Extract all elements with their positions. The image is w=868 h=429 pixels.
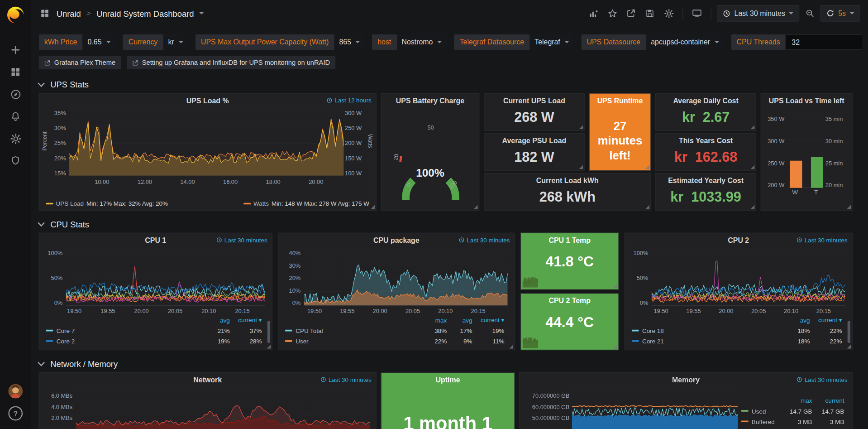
sidebar-item-alerting[interactable] [5, 105, 27, 127]
legend-sort-header[interactable]: current ▾ [474, 316, 506, 323]
chart-plot[interactable] [652, 250, 845, 306]
chart-plot[interactable] [304, 250, 508, 306]
axis-tick: 50% [637, 275, 649, 280]
time-series-chart[interactable] [66, 250, 265, 305]
legend-scrollbar[interactable] [267, 321, 270, 343]
variable-value-telegraf-datasource[interactable]: Telegraf [529, 34, 573, 50]
share-button[interactable] [623, 5, 640, 21]
series-dash [243, 202, 251, 204]
variable-value-kwh-price[interactable]: 0.65 [83, 34, 115, 50]
variable-value-host[interactable]: Nostromo [397, 34, 447, 50]
variable-value-ups-datasource[interactable]: apcupsd-container [646, 34, 723, 50]
sidebar-item-create[interactable] [5, 39, 27, 61]
legend-series-name[interactable]: User [285, 338, 424, 345]
legend-series-name[interactable]: Core 2 [46, 338, 207, 345]
dashboard-settings-button[interactable] [661, 5, 677, 21]
panel-title[interactable]: Current Load kWh [484, 176, 650, 184]
panel-title[interactable]: UPS Load % [39, 96, 376, 105]
legend-sort-header[interactable]: avg [449, 317, 474, 323]
panel-ups-load-percent: UPS Load % Last 12 hours Percent 35%30%2… [39, 93, 377, 210]
panel-title[interactable]: UPS Battery Charge [382, 96, 479, 105]
panel-title[interactable]: Average PSU Load [484, 136, 584, 145]
tv-kiosk-button[interactable] [689, 5, 706, 21]
legend-series-name[interactable]: Core 18 [632, 327, 787, 334]
panel-title[interactable]: Current UPS Load [484, 96, 584, 105]
panel-title[interactable]: UPS Load vs Time left [761, 96, 852, 105]
row-header-cpu-stats[interactable]: CPU Stats [39, 217, 89, 230]
bar-value [811, 157, 823, 188]
axis-tick: 19:50 [307, 308, 322, 314]
zoom-out-button[interactable] [802, 5, 819, 21]
gauge-value: 100% [382, 167, 479, 179]
star-button[interactable] [604, 5, 621, 21]
legend-sort-header[interactable]: max [424, 317, 449, 323]
panel-title[interactable]: Average Daily Cost [656, 96, 756, 105]
bar-chart[interactable]: WT [788, 116, 823, 198]
sidebar-item-server-admin[interactable] [5, 149, 27, 172]
panel-title[interactable]: UPS Runtime [590, 96, 651, 105]
time-series-chart[interactable] [572, 388, 738, 429]
legend-sort-header[interactable]: max [789, 397, 814, 404]
legend-series-name[interactable]: Buffered [741, 418, 789, 425]
dashboard-link-grafana-plex-theme[interactable]: Grafana Plex Theme [39, 56, 121, 69]
refresh-button[interactable]: 5s [820, 5, 860, 22]
sidebar: ? [0, 0, 31, 429]
dashboard-link-setting-up-grafana-and-influxdb-for-ups-monitoring-on-unraid[interactable]: Setting up Grafana and InfluxDB for UPS … [127, 56, 336, 69]
panel-cpu-2-temp: CPU 2 Temp 44.4 °C [520, 293, 619, 350]
apps-grid-icon[interactable] [39, 5, 51, 21]
legend-sort-header[interactable]: avg [787, 317, 812, 323]
help-label: ? [13, 409, 18, 417]
refresh-interval-label[interactable]: 5s [838, 9, 846, 17]
bar-w[interactable]: W [788, 116, 802, 198]
chart-plot[interactable] [76, 388, 371, 429]
sidebar-item-explore[interactable] [5, 83, 27, 105]
sidebar-item-configuration[interactable] [5, 127, 27, 149]
legend-series-name[interactable]: Core 7 [46, 327, 207, 334]
legend-sort-header[interactable]: current [814, 397, 846, 404]
variable-input-cpu-threads[interactable] [786, 34, 863, 50]
chart-plot[interactable] [69, 110, 344, 176]
user-avatar[interactable] [5, 380, 27, 402]
time-series-chart[interactable] [69, 110, 344, 175]
legend-sort-header[interactable]: avg [206, 317, 232, 323]
legend-series-name[interactable]: Core 21 [632, 338, 787, 345]
panel-title[interactable]: Uptime [382, 376, 515, 384]
legend-series-name[interactable]: CPU Total [285, 327, 424, 334]
dashboard-links-row: Grafana Plex ThemeSetting up Grafana and… [39, 56, 336, 69]
chevron-down-icon[interactable] [200, 12, 204, 14]
bar-t[interactable]: T [809, 116, 823, 198]
legend-series-name[interactable]: Used [741, 408, 789, 415]
axis-tick: 0% [54, 300, 63, 305]
variable-label: UPS Datasource [581, 34, 646, 50]
dashboard-title[interactable]: Unraid System Dashboard [96, 9, 194, 18]
row-header-ups-stats[interactable]: UPS Stats [39, 77, 89, 91]
breadcrumb-app[interactable]: Unraid [57, 9, 81, 18]
row-header-network-memory[interactable]: Network / Memory [39, 357, 118, 370]
time-series-chart[interactable] [652, 250, 845, 305]
legend-scrollbar[interactable] [848, 321, 850, 343]
panel-title[interactable]: This Years Cost [656, 136, 756, 145]
axis-tick: 12:00 [138, 178, 152, 185]
time-picker-button[interactable]: Last 30 minutes [717, 5, 800, 22]
chart-plot[interactable] [66, 250, 265, 306]
save-button[interactable] [642, 5, 658, 21]
add-panel-button[interactable] [586, 5, 602, 21]
legend-value: 22% [812, 338, 844, 345]
variable-value-currency[interactable]: kr [163, 34, 187, 50]
panel-title[interactable]: CPU 2 Temp [521, 296, 618, 304]
legend-sort-header[interactable]: current ▾ [232, 316, 264, 323]
help-icon[interactable]: ? [5, 402, 27, 424]
chart-plot[interactable] [572, 388, 738, 429]
time-series-chart[interactable] [76, 388, 371, 429]
variable-value-ups-max-output-power-capacity-watt[interactable]: 865 [334, 34, 364, 50]
legend-sort-header[interactable]: current ▾ [812, 316, 844, 323]
sidebar-item-dashboards[interactable] [5, 61, 27, 83]
panel-title[interactable]: CPU 1 Temp [521, 236, 618, 244]
panel-cpu-2: CPU 2 Last 30 minutes 100%50%0% 19:5019:… [625, 233, 853, 350]
time-series-chart[interactable] [304, 250, 508, 305]
legend-item[interactable]: WattsMin: 148 W Max: 278 W Avg: 175 W [243, 200, 369, 207]
grafana-logo-icon[interactable] [6, 5, 25, 24]
chevron-down-icon [38, 359, 45, 366]
legend-item[interactable]: UPS LoadMin: 17% Max: 32% Avg: 20% [46, 200, 168, 207]
panel-title[interactable]: Estimated Yearly Cost [656, 176, 756, 184]
